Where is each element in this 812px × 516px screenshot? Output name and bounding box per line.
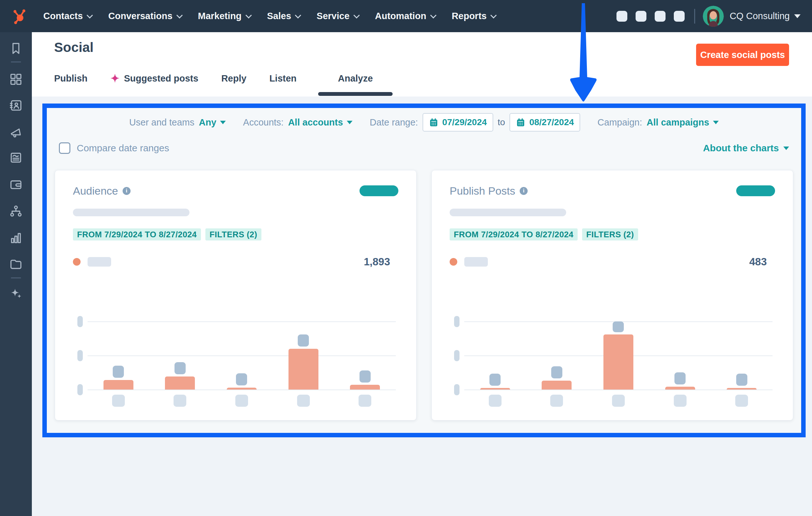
campaign-dropdown[interactable]: All campaigns [647,117,719,128]
nav-item-service[interactable]: Service [317,11,357,21]
nav-utility-icon-1[interactable] [616,11,627,22]
chevron-down-icon [794,14,801,18]
ai-sparkle-icon[interactable] [9,287,23,301]
x-axis-label-placeholder [174,395,186,407]
tab-label: Suggested posts [124,73,198,84]
bar-group [464,321,526,390]
account-name-label: CQ Consulting [729,11,790,21]
tab-label: Listen [269,73,296,84]
hubspot-logo-icon[interactable] [11,8,28,25]
card-action-pill[interactable] [736,185,775,196]
nav-utility-icon-3[interactable] [655,11,666,22]
card-tags-row: FROM 7/29/2024 TO 8/27/2024 FILTERS (2) [450,228,775,240]
dropdown-caret-icon [713,121,719,124]
campaign-label: Campaign: [598,117,642,128]
bar-value-placeholder [613,321,624,332]
wallet-icon[interactable] [9,177,23,192]
create-social-posts-button[interactable]: Create social posts [696,44,789,66]
date-range-label: Date range: [370,117,418,128]
chevron-down-icon [490,12,497,19]
chevron-down-icon [353,12,359,19]
y-axis-label-placeholder [454,350,460,361]
sidebar-divider [11,278,21,278]
x-slot [334,395,396,407]
x-axis-labels-row [464,395,773,407]
nav-item-label: Marketing [198,11,242,21]
checkbox-box[interactable] [59,142,70,154]
tab-publish[interactable]: Publish [54,73,88,84]
x-axis-label-placeholder [235,395,248,407]
report-cards-row: Audience i FROM 7/29/2024 TO 8/27/2024 F… [55,170,793,421]
sidebar-divider [11,61,21,62]
tab-analyze[interactable]: Analyze [338,73,373,84]
info-icon[interactable]: i [123,187,130,195]
x-slot [88,395,149,407]
user-teams-dropdown[interactable]: Any [199,117,226,128]
compare-date-ranges-label: Compare date ranges [77,143,169,153]
compare-date-ranges-checkbox[interactable]: Compare date ranges [59,142,169,154]
about-the-charts-label: About the charts [703,143,779,153]
nav-item-label: Reports [452,11,487,21]
nav-utilities: CQ Consulting [608,6,801,27]
y-axis-label-placeholder [454,316,460,327]
about-the-charts-dropdown[interactable]: About the charts [703,143,789,153]
subtitle-placeholder [450,209,566,216]
report-filters-row: User and teams Any Accounts: All account… [47,113,801,132]
contacts-card-icon[interactable] [9,98,23,112]
info-icon[interactable]: i [520,187,528,195]
nav-item-conversations[interactable]: Conversations [108,11,180,21]
subtitle-placeholder [73,209,190,216]
gridline [88,390,396,390]
bar [165,376,195,390]
bar [227,388,257,390]
tab-label: Publish [54,73,88,84]
dropdown-caret-icon [783,146,789,150]
legend-row: 1,893 [73,256,398,267]
chevron-down-icon [176,12,182,19]
nav-item-reports[interactable]: Reports [452,11,495,21]
x-slot [711,395,773,407]
filters-tag: FILTERS (2) [205,228,261,240]
megaphone-icon[interactable] [9,126,23,140]
newsletter-icon[interactable] [9,151,23,165]
nav-item-automation[interactable]: Automation [375,11,435,21]
y-axis-label-placeholder [77,350,83,361]
x-axis-label-placeholder [674,395,687,407]
nav-item-label: Service [317,11,349,21]
tab-listen[interactable]: Listen [269,73,296,84]
bar-group [711,321,773,390]
calendar-icon [429,117,438,127]
tab-suggested-posts[interactable]: ✦ Suggested posts [111,73,198,84]
user-teams-filter: User and teams Any [129,117,226,128]
date-to-input[interactable]: 08/27/2024 [510,113,580,132]
accounts-label: Accounts: [243,117,283,128]
date-range-tag: FROM 7/29/2024 TO 8/27/2024 [450,228,578,240]
org-chart-icon[interactable] [9,204,23,218]
publish-posts-report-card: Publish Posts i FROM 7/29/2024 TO 8/27/2… [432,170,793,421]
bar-chart-icon[interactable] [9,231,23,245]
card-action-pill[interactable] [359,185,398,196]
nav-item-sales[interactable]: Sales [267,11,300,21]
grid-dashboard-icon[interactable] [9,72,23,86]
accounts-dropdown[interactable]: All accounts [288,117,352,128]
avatar[interactable] [703,6,724,27]
folder-icon[interactable] [9,257,23,271]
date-from-input[interactable]: 07/29/2024 [423,113,493,132]
tab-reply[interactable]: Reply [221,73,246,84]
nav-divider [694,9,695,24]
nav-item-marketing[interactable]: Marketing [198,11,250,21]
bookmark-icon[interactable] [9,42,23,56]
x-slot [272,395,335,407]
account-menu[interactable]: CQ Consulting [729,11,801,21]
user-teams-value: Any [199,117,216,128]
nav-item-label: Automation [375,11,426,21]
card-title-text: Publish Posts [450,185,515,197]
nav-utility-icon-2[interactable] [636,11,646,22]
page-title: Social [54,40,94,55]
nav-item-contacts[interactable]: Contacts [43,11,91,21]
nav-utility-icon-4[interactable] [674,11,685,22]
bar [603,335,633,390]
card-tags-row: FROM 7/29/2024 TO 8/27/2024 FILTERS (2) [73,228,398,240]
calendar-icon [516,117,525,127]
x-axis-label-placeholder [550,395,563,407]
